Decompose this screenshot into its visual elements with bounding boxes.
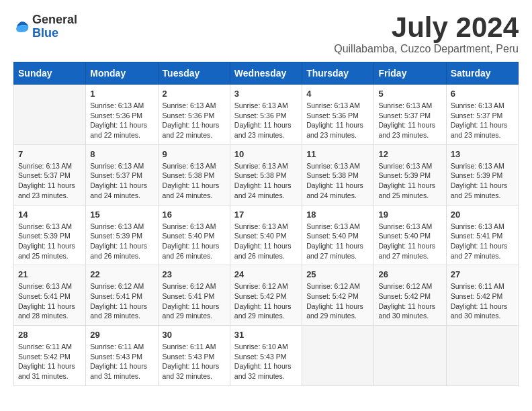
day-cell: 8Sunrise: 6:13 AM Sunset: 5:37 PM Daylig… bbox=[86, 144, 158, 205]
week-row-1: 1Sunrise: 6:13 AM Sunset: 5:36 PM Daylig… bbox=[14, 85, 519, 145]
day-cell: 30Sunrise: 6:11 AM Sunset: 5:43 PM Dayli… bbox=[158, 326, 230, 386]
day-number: 18 bbox=[306, 210, 369, 220]
header-cell-sunday: Sunday bbox=[14, 62, 86, 85]
day-number: 28 bbox=[18, 330, 81, 340]
day-number: 6 bbox=[451, 89, 514, 99]
day-info: Sunrise: 6:13 AM Sunset: 5:37 PM Dayligh… bbox=[90, 161, 153, 201]
day-info: Sunrise: 6:12 AM Sunset: 5:42 PM Dayligh… bbox=[306, 281, 369, 321]
day-cell: 16Sunrise: 6:13 AM Sunset: 5:40 PM Dayli… bbox=[158, 205, 230, 265]
day-number: 4 bbox=[306, 89, 369, 99]
day-cell: 17Sunrise: 6:13 AM Sunset: 5:40 PM Dayli… bbox=[230, 205, 302, 265]
day-cell: 10Sunrise: 6:13 AM Sunset: 5:38 PM Dayli… bbox=[230, 144, 302, 205]
day-number: 1 bbox=[90, 89, 153, 99]
calendar: SundayMondayTuesdayWednesdayThursdayFrid… bbox=[13, 62, 519, 386]
day-cell bbox=[14, 85, 86, 145]
day-cell: 28Sunrise: 6:11 AM Sunset: 5:42 PM Dayli… bbox=[14, 326, 86, 386]
day-info: Sunrise: 6:13 AM Sunset: 5:39 PM Dayligh… bbox=[451, 161, 514, 201]
day-info: Sunrise: 6:13 AM Sunset: 5:37 PM Dayligh… bbox=[378, 101, 441, 140]
day-cell: 21Sunrise: 6:13 AM Sunset: 5:41 PM Dayli… bbox=[14, 265, 86, 326]
day-number: 5 bbox=[378, 89, 441, 99]
day-cell: 3Sunrise: 6:13 AM Sunset: 5:36 PM Daylig… bbox=[230, 85, 302, 145]
header-cell-friday: Friday bbox=[374, 62, 446, 85]
day-cell: 7Sunrise: 6:13 AM Sunset: 5:37 PM Daylig… bbox=[14, 144, 86, 205]
day-info: Sunrise: 6:13 AM Sunset: 5:37 PM Dayligh… bbox=[451, 101, 514, 140]
day-cell: 1Sunrise: 6:13 AM Sunset: 5:36 PM Daylig… bbox=[86, 85, 158, 145]
day-number: 8 bbox=[90, 149, 153, 159]
day-number: 3 bbox=[234, 89, 298, 99]
day-info: Sunrise: 6:13 AM Sunset: 5:36 PM Dayligh… bbox=[306, 101, 369, 140]
week-row-5: 28Sunrise: 6:11 AM Sunset: 5:42 PM Dayli… bbox=[14, 326, 519, 386]
day-cell: 19Sunrise: 6:13 AM Sunset: 5:40 PM Dayli… bbox=[374, 205, 446, 265]
day-cell: 9Sunrise: 6:13 AM Sunset: 5:38 PM Daylig… bbox=[158, 144, 230, 205]
day-number: 16 bbox=[163, 210, 226, 220]
day-number: 17 bbox=[234, 210, 298, 220]
day-cell: 13Sunrise: 6:13 AM Sunset: 5:39 PM Dayli… bbox=[446, 144, 518, 205]
header-row: SundayMondayTuesdayWednesdayThursdayFrid… bbox=[14, 62, 519, 85]
day-cell: 20Sunrise: 6:13 AM Sunset: 5:41 PM Dayli… bbox=[446, 205, 518, 265]
day-cell: 11Sunrise: 6:13 AM Sunset: 5:38 PM Dayli… bbox=[302, 144, 374, 205]
day-cell: 6Sunrise: 6:13 AM Sunset: 5:37 PM Daylig… bbox=[446, 85, 518, 145]
day-number: 20 bbox=[451, 210, 514, 220]
day-cell: 12Sunrise: 6:13 AM Sunset: 5:39 PM Dayli… bbox=[374, 144, 446, 205]
day-info: Sunrise: 6:11 AM Sunset: 5:43 PM Dayligh… bbox=[163, 342, 226, 381]
day-cell: 15Sunrise: 6:13 AM Sunset: 5:39 PM Dayli… bbox=[86, 205, 158, 265]
week-row-3: 14Sunrise: 6:13 AM Sunset: 5:39 PM Dayli… bbox=[14, 205, 519, 265]
day-cell: 14Sunrise: 6:13 AM Sunset: 5:39 PM Dayli… bbox=[14, 205, 86, 265]
day-cell: 18Sunrise: 6:13 AM Sunset: 5:40 PM Dayli… bbox=[302, 205, 374, 265]
day-info: Sunrise: 6:13 AM Sunset: 5:38 PM Dayligh… bbox=[163, 161, 226, 201]
day-info: Sunrise: 6:13 AM Sunset: 5:41 PM Dayligh… bbox=[451, 222, 514, 261]
day-cell: 4Sunrise: 6:13 AM Sunset: 5:36 PM Daylig… bbox=[302, 85, 374, 145]
day-cell: 2Sunrise: 6:13 AM Sunset: 5:36 PM Daylig… bbox=[158, 85, 230, 145]
calendar-header: SundayMondayTuesdayWednesdayThursdayFrid… bbox=[14, 62, 519, 85]
week-row-2: 7Sunrise: 6:13 AM Sunset: 5:37 PM Daylig… bbox=[14, 144, 519, 205]
day-info: Sunrise: 6:13 AM Sunset: 5:38 PM Dayligh… bbox=[234, 161, 298, 201]
calendar-body: 1Sunrise: 6:13 AM Sunset: 5:36 PM Daylig… bbox=[14, 85, 519, 386]
logo-icon bbox=[13, 19, 30, 35]
day-info: Sunrise: 6:13 AM Sunset: 5:39 PM Dayligh… bbox=[378, 161, 441, 201]
day-info: Sunrise: 6:13 AM Sunset: 5:38 PM Dayligh… bbox=[306, 161, 369, 201]
day-cell: 27Sunrise: 6:11 AM Sunset: 5:42 PM Dayli… bbox=[446, 265, 518, 326]
day-number: 26 bbox=[378, 269, 441, 279]
day-number: 12 bbox=[378, 149, 441, 159]
day-info: Sunrise: 6:13 AM Sunset: 5:36 PM Dayligh… bbox=[90, 101, 153, 140]
header-cell-monday: Monday bbox=[86, 62, 158, 85]
header-cell-thursday: Thursday bbox=[302, 62, 374, 85]
day-cell: 24Sunrise: 6:12 AM Sunset: 5:42 PM Dayli… bbox=[230, 265, 302, 326]
day-number: 13 bbox=[451, 149, 514, 159]
logo: General Blue bbox=[13, 13, 77, 40]
month-title: July 2024 bbox=[334, 13, 519, 42]
day-cell: 22Sunrise: 6:12 AM Sunset: 5:41 PM Dayli… bbox=[86, 265, 158, 326]
day-info: Sunrise: 6:13 AM Sunset: 5:40 PM Dayligh… bbox=[234, 222, 298, 261]
day-number: 10 bbox=[234, 149, 298, 159]
day-cell bbox=[446, 326, 518, 386]
day-number: 22 bbox=[90, 269, 153, 279]
header-cell-tuesday: Tuesday bbox=[158, 62, 230, 85]
logo-text: General Blue bbox=[32, 13, 77, 40]
day-info: Sunrise: 6:13 AM Sunset: 5:40 PM Dayligh… bbox=[378, 222, 441, 261]
day-info: Sunrise: 6:12 AM Sunset: 5:41 PM Dayligh… bbox=[90, 281, 153, 321]
day-info: Sunrise: 6:12 AM Sunset: 5:42 PM Dayligh… bbox=[378, 281, 441, 321]
day-number: 19 bbox=[378, 210, 441, 220]
day-number: 21 bbox=[18, 269, 81, 279]
day-info: Sunrise: 6:13 AM Sunset: 5:39 PM Dayligh… bbox=[18, 222, 81, 261]
day-number: 30 bbox=[163, 330, 226, 340]
day-number: 15 bbox=[90, 210, 153, 220]
day-number: 23 bbox=[163, 269, 226, 279]
day-info: Sunrise: 6:11 AM Sunset: 5:42 PM Dayligh… bbox=[18, 342, 81, 381]
day-cell: 31Sunrise: 6:10 AM Sunset: 5:43 PM Dayli… bbox=[230, 326, 302, 386]
day-number: 11 bbox=[306, 149, 369, 159]
day-info: Sunrise: 6:11 AM Sunset: 5:43 PM Dayligh… bbox=[90, 342, 153, 381]
day-cell bbox=[302, 326, 374, 386]
day-info: Sunrise: 6:13 AM Sunset: 5:36 PM Dayligh… bbox=[163, 101, 226, 140]
day-number: 2 bbox=[163, 89, 226, 99]
day-number: 24 bbox=[234, 269, 298, 279]
day-number: 14 bbox=[18, 210, 81, 220]
week-row-4: 21Sunrise: 6:13 AM Sunset: 5:41 PM Dayli… bbox=[14, 265, 519, 326]
location: Quillabamba, Cuzco Department, Peru bbox=[334, 43, 519, 55]
day-number: 7 bbox=[18, 149, 81, 159]
page-header: General Blue July 2024 Quillabamba, Cuzc… bbox=[13, 13, 519, 55]
day-info: Sunrise: 6:11 AM Sunset: 5:42 PM Dayligh… bbox=[451, 281, 514, 321]
title-area: July 2024 Quillabamba, Cuzco Department,… bbox=[334, 13, 519, 55]
day-info: Sunrise: 6:13 AM Sunset: 5:41 PM Dayligh… bbox=[18, 281, 81, 321]
header-cell-saturday: Saturday bbox=[446, 62, 518, 85]
